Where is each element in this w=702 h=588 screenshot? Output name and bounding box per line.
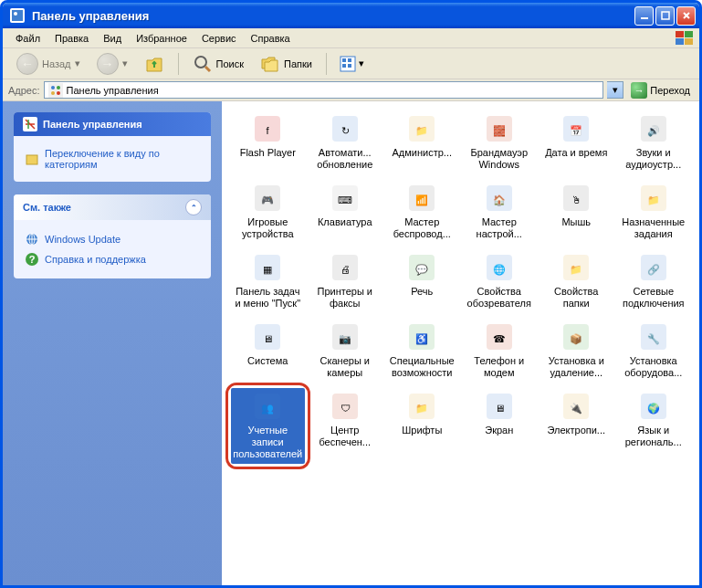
search-button[interactable]: Поиск (186, 51, 250, 77)
auto-update-icon: ↻ (330, 114, 360, 143)
cpl-item-printers[interactable]: 🖨Принтеры и факсы (309, 249, 382, 313)
address-label: Адрес: (8, 85, 40, 96)
folder-opts-icon: 📁 (561, 253, 591, 282)
cpl-item-scheduled[interactable]: 📁Назначенные задания (617, 180, 691, 244)
help-icon: ? (25, 252, 39, 267)
svg-text:🔌: 🔌 (570, 402, 582, 415)
cpl-item-keyboard[interactable]: ⌨Клавиатура (309, 180, 382, 244)
cpl-item-add-remove[interactable]: 📦Установка и удаление... (540, 319, 613, 383)
cpl-item-hardware[interactable]: 🔧Установка оборудова... (617, 319, 691, 383)
cpl-item-admin[interactable]: 📁Администр... (385, 110, 459, 174)
cpl-item-network-conn[interactable]: 🔗Сетевые подключения (617, 249, 691, 313)
icon-label: Сканеры и камеры (310, 355, 380, 379)
svg-text:↻: ↻ (341, 125, 349, 136)
admin-icon: 📁 (407, 114, 436, 143)
svg-text:🔧: 🔧 (647, 332, 660, 345)
cpl-item-fonts[interactable]: 📁Шрифты (385, 388, 459, 464)
cpl-item-regional[interactable]: 🌍Язык и региональ... (617, 388, 691, 464)
windows-flag-icon (676, 31, 694, 46)
icon-label: Игровые устройства (233, 216, 302, 240)
cpl-item-sounds[interactable]: 🔊Звуки и аудиоустр... (617, 110, 691, 174)
folders-button[interactable]: Папки (254, 51, 319, 77)
svg-text:🧱: 🧱 (493, 124, 506, 137)
menu-правка[interactable]: Правка (47, 31, 96, 46)
svg-rect-12 (342, 64, 346, 68)
svg-text:♿: ♿ (415, 332, 428, 345)
cpl-item-users[interactable]: 👥Учетные записи пользователей (231, 388, 305, 464)
icon-view: fFlash Player↻Автомати... обновление📁Адм… (222, 101, 699, 585)
icon-label: Свойства обозревателя (465, 286, 534, 310)
cpl-item-network-wiz[interactable]: 🏠Мастер настрой... (463, 180, 537, 244)
cpl-item-auto-update[interactable]: ↻Автомати... обновление (309, 110, 382, 174)
cpl-item-security[interactable]: 🛡Центр беспечен... (309, 388, 382, 464)
icon-label: Принтеры и факсы (310, 286, 380, 310)
cpl-item-display[interactable]: 🖥Экран (463, 388, 537, 464)
sidebar: Панель управления Переключение к виду по… (3, 101, 222, 585)
cpl-item-phone[interactable]: ☎Телефон и модем (463, 319, 537, 383)
icon-label: Дата и время (545, 147, 607, 159)
cpl-item-taskbar[interactable]: ▦Панель задач и меню "Пуск" (231, 249, 305, 313)
icon-label: Шрифты (402, 425, 442, 436)
cpl-item-flash[interactable]: fFlash Player (231, 110, 305, 174)
icon-label: Звуки и аудиоустр... (619, 147, 688, 171)
icon-label: Мышь (561, 216, 591, 228)
svg-rect-6 (676, 38, 684, 45)
cpl-item-internet-opts[interactable]: 🌐Свойства обозревателя (463, 249, 537, 313)
maximize-button[interactable] (655, 6, 675, 26)
windows-update-link[interactable]: Windows Update (25, 229, 200, 249)
cpl-item-datetime[interactable]: 📅Дата и время (540, 110, 613, 174)
svg-text:📁: 📁 (415, 124, 428, 137)
cpl-item-folder-opts[interactable]: 📁Свойства папки (540, 249, 613, 313)
panel-header[interactable]: См. также ⌃ (14, 194, 211, 220)
toolbar: ← Назад ▾ → ▾ Поиск Папки ▾ (3, 48, 699, 79)
svg-text:🎮: 🎮 (261, 194, 274, 206)
cpl-item-system[interactable]: 🖥Система (231, 319, 305, 383)
minimize-button[interactable] (634, 6, 654, 26)
icon-label: Брандмауэр Windows (465, 147, 534, 171)
svg-text:⌨: ⌨ (338, 194, 352, 205)
folder-up-icon (144, 54, 164, 74)
phone-icon: ☎ (485, 322, 514, 352)
cpl-item-wireless[interactable]: 📶Мастер беспровод... (385, 180, 459, 244)
back-button[interactable]: ← Назад ▾ (10, 50, 87, 78)
cpl-item-power[interactable]: 🔌Электропи... (540, 388, 613, 464)
panel-title: См. также (23, 202, 71, 213)
icon-label: Установка оборудова... (619, 355, 688, 379)
menu-избранное[interactable]: Избранное (129, 31, 194, 46)
address-input[interactable]: Панель управления (44, 81, 604, 99)
icon-label: Система (247, 355, 288, 367)
switch-category-view-link[interactable]: Переключение к виду по категориям (25, 145, 200, 173)
menu-файл[interactable]: Файл (8, 31, 47, 46)
back-label: Назад (42, 58, 71, 69)
svg-text:📅: 📅 (570, 124, 582, 137)
menu-справка[interactable]: Справка (244, 31, 298, 46)
titlebar[interactable]: Панель управления (3, 3, 699, 28)
icon-label: Экран (485, 425, 513, 436)
svg-text:📁: 📁 (570, 263, 582, 276)
svg-text:☎: ☎ (493, 333, 506, 344)
accessibility-icon: ♿ (407, 322, 436, 352)
up-button[interactable] (138, 51, 171, 77)
cpl-item-scanners[interactable]: 📷Сканеры и камеры (309, 319, 382, 383)
menu-сервис[interactable]: Сервис (194, 31, 244, 46)
cpl-item-firewall[interactable]: 🧱Брандмауэр Windows (463, 110, 537, 174)
panel-header[interactable]: Панель управления (14, 112, 211, 136)
wireless-icon: 📶 (407, 184, 436, 213)
cpl-item-speech[interactable]: 💬Речь (385, 249, 459, 313)
forward-button[interactable]: → ▾ (90, 50, 134, 78)
close-button[interactable] (676, 6, 696, 26)
users-icon: 👥 (253, 392, 282, 421)
help-support-link[interactable]: ? Справка и поддержка (25, 249, 200, 269)
go-button[interactable]: → Переход (627, 81, 694, 100)
views-button[interactable]: ▾ (334, 52, 369, 76)
cpl-item-accessibility[interactable]: ♿Специальные возможности (385, 319, 459, 383)
cpl-item-mouse[interactable]: 🖱Мышь (540, 180, 613, 244)
svg-rect-10 (342, 58, 346, 62)
cpl-item-gamectrl[interactable]: 🎮Игровые устройства (231, 180, 305, 244)
collapse-icon[interactable]: ⌃ (185, 199, 202, 215)
address-dropdown[interactable]: ▾ (607, 81, 623, 99)
svg-text:🖱: 🖱 (571, 194, 582, 205)
menu-вид[interactable]: Вид (96, 31, 129, 46)
control-panel-window: Панель управления ФайлПравкаВидИзбранное… (0, 0, 702, 588)
svg-rect-11 (348, 58, 351, 62)
